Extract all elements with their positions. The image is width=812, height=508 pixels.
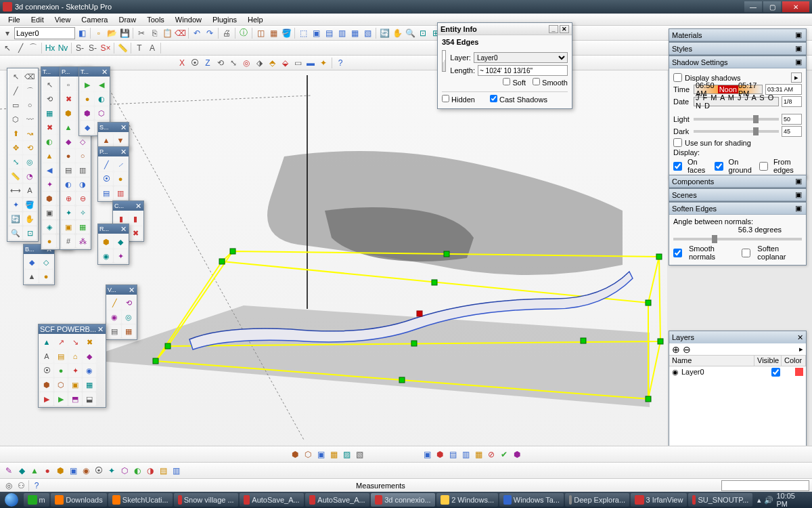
sa-icon[interactable]: ▲ — [99, 133, 113, 147]
palette-p2-close[interactable]: ✕ — [119, 148, 127, 156]
material-swatch[interactable] — [442, 50, 446, 72]
pu-icon[interactable]: ▣ — [62, 220, 75, 234]
layer-selector[interactable]: Layer0 — [14, 27, 75, 39]
display-shadows-checkbox[interactable] — [673, 73, 682, 82]
bt2h-icon[interactable]: ⦿ — [93, 465, 105, 477]
start-button[interactable] — [0, 492, 23, 508]
save-icon[interactable]: 💾 — [118, 27, 131, 39]
materials-header[interactable]: Materials▣ — [669, 29, 806, 41]
taskbar-item[interactable]: SketchUcati... — [108, 493, 173, 507]
t1u-icon[interactable]: ◈ — [43, 220, 56, 234]
layers-header[interactable]: Layers✕ — [669, 331, 806, 343]
selection-center-grip[interactable] — [417, 311, 422, 316]
palette-v-header[interactable]: V...✕ — [106, 285, 137, 295]
left-icon[interactable]: ▧ — [361, 27, 374, 39]
scf15-icon[interactable]: ▣ — [68, 378, 82, 391]
cb-icon[interactable]: ▮ — [129, 212, 142, 226]
followme-tool-icon[interactable]: ↝ — [23, 127, 37, 140]
status-geo-icon[interactable]: ◎ — [3, 480, 15, 492]
tray-icon[interactable]: ▴ — [757, 496, 761, 505]
entity-info-close-button[interactable]: ✕ — [560, 25, 569, 33]
menu-draw[interactable]: Draw — [113, 14, 141, 25]
pw-icon[interactable]: # — [62, 234, 75, 248]
ra-icon[interactable]: ⬢ — [99, 235, 113, 249]
palette-scf-close[interactable]: ✕ — [96, 325, 104, 334]
scf13-icon[interactable]: ⬢ — [40, 378, 53, 391]
rect-tool-icon[interactable]: ▭ — [9, 98, 22, 112]
scale-tool-icon[interactable]: ⤡ — [9, 155, 22, 169]
vc-icon[interactable]: ◉ — [108, 310, 121, 324]
ext5-icon[interactable]: ▬ — [304, 57, 317, 69]
vf-icon[interactable]: ▦ — [122, 324, 135, 338]
component-icon[interactable]: ◫ — [254, 27, 267, 39]
entity-info-minimize-button[interactable]: _ — [549, 25, 558, 33]
tool-nv-icon[interactable]: Nv — [57, 42, 69, 54]
protractor-tool-icon[interactable]: ◔ — [23, 169, 37, 183]
taskbar-item[interactable]: 3 IrfanView — [631, 493, 687, 507]
selection-grip[interactable] — [432, 280, 437, 285]
materials-toggle-button[interactable]: ▣ — [794, 30, 803, 39]
group-icon[interactable]: ▦ — [267, 27, 279, 39]
scf12-icon[interactable]: ◉ — [83, 364, 96, 377]
pg-icon[interactable]: ▲ — [62, 121, 75, 134]
bt1l-icon[interactable]: ⊘ — [485, 448, 497, 461]
pq-icon[interactable]: ⊕ — [62, 192, 75, 205]
pm-icon[interactable]: ▤ — [62, 163, 75, 177]
layer-add-button[interactable]: ⊕ — [672, 344, 680, 355]
t1c-icon[interactable]: ⟲ — [43, 92, 56, 106]
palette-scf-header[interactable]: SCF POWERB...✕ — [39, 324, 106, 334]
scf18-icon[interactable]: ▶ — [54, 392, 68, 406]
top-icon[interactable]: ▣ — [310, 27, 322, 39]
components-toggle-button[interactable]: ▣ — [794, 177, 803, 186]
p2c-icon[interactable]: ⦿ — [99, 172, 113, 186]
bt2a-icon[interactable]: ✎ — [3, 465, 15, 477]
layer-visible-checkbox[interactable] — [771, 368, 780, 377]
pushpull-tool-icon[interactable]: ⬆ — [9, 127, 22, 140]
scf7-icon[interactable]: ⌂ — [68, 350, 82, 363]
p2b-icon[interactable]: ⟋ — [114, 158, 127, 171]
p2f-icon[interactable]: ▥ — [114, 186, 127, 200]
pk-icon[interactable]: ● — [62, 149, 75, 163]
selection-grip[interactable] — [646, 300, 651, 305]
select-icon[interactable]: ↖ — [1, 42, 14, 54]
bt2g-icon[interactable]: ◉ — [80, 465, 92, 477]
right-icon[interactable]: ▥ — [336, 27, 348, 39]
pb2-icon[interactable]: ◇ — [39, 255, 53, 269]
pan-tool-icon[interactable]: ✋ — [23, 212, 37, 226]
palette-s-header[interactable]: S...✕ — [98, 123, 129, 132]
entity-length-input[interactable] — [478, 65, 568, 76]
paint-icon[interactable]: 🪣 — [280, 27, 292, 39]
axis-icon[interactable]: ⦿ — [189, 57, 201, 69]
p2d-icon[interactable]: ● — [114, 172, 127, 186]
selection-grip[interactable] — [444, 251, 449, 257]
palette-r-header[interactable]: R...✕ — [98, 224, 129, 234]
soften-slider[interactable] — [673, 238, 802, 240]
rotate-tool-icon[interactable]: ⟲ — [23, 141, 37, 154]
pj-icon[interactable]: ◇ — [76, 135, 89, 148]
layer-row[interactable]: ◉ Layer0 — [669, 366, 806, 377]
dim-tool-icon[interactable]: ⟷ — [9, 184, 22, 197]
new-icon[interactable]: ▫ — [93, 27, 105, 39]
selection-grip[interactable] — [658, 339, 663, 344]
t1e-icon[interactable]: ▦ — [43, 106, 56, 120]
window-close-button[interactable]: ✕ — [782, 1, 809, 12]
t2d-icon[interactable]: ◐ — [95, 92, 108, 106]
taskbar-item[interactable]: AutoSave_A... — [240, 493, 304, 507]
t1g-icon[interactable]: ✖ — [43, 121, 56, 134]
bt2e-icon[interactable]: ⬢ — [54, 465, 66, 477]
tray-clock[interactable]: 10:05 PM — [776, 492, 808, 508]
bt1j-icon[interactable]: ▥ — [459, 448, 472, 461]
t1a-icon[interactable]: ↖ — [43, 78, 56, 91]
palette-p2-header[interactable]: P...✕ — [98, 147, 129, 156]
rc-icon[interactable]: ◉ — [99, 249, 113, 263]
menu-view[interactable]: View — [49, 14, 76, 25]
scf5-icon[interactable]: A — [40, 350, 53, 363]
text-icon[interactable]: T — [133, 42, 145, 54]
text2-icon[interactable]: A — [146, 42, 158, 54]
scf4-icon[interactable]: ✖ — [83, 335, 96, 349]
scf2-icon[interactable]: ↗ — [54, 335, 68, 349]
p2a-icon[interactable]: ╱ — [99, 158, 113, 171]
soften-toggle-button[interactable]: ▣ — [794, 204, 803, 213]
scf3-icon[interactable]: ↘ — [68, 335, 82, 349]
bt2j-icon[interactable]: ⬡ — [118, 465, 131, 477]
